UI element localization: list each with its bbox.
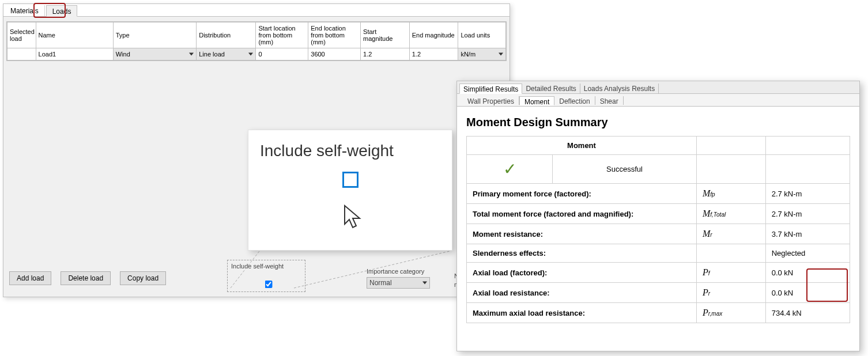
add-load-button[interactable]: Add load bbox=[9, 271, 51, 285]
result-symbol: Pr bbox=[696, 283, 765, 303]
tab-simplified-results[interactable]: Simplified Results bbox=[459, 84, 522, 94]
tab-shear[interactable]: Shear bbox=[595, 96, 624, 105]
result-value: Neglected bbox=[765, 244, 850, 263]
importance-label: Importance category bbox=[367, 268, 436, 275]
self-weight-checkbox[interactable] bbox=[265, 281, 273, 288]
result-symbol: Mf,Total bbox=[696, 204, 765, 224]
result-label: Maximum axial load resistance: bbox=[467, 303, 697, 323]
cell-type-combo[interactable]: Wind bbox=[113, 48, 197, 60]
result-value: 734.4 kN bbox=[765, 303, 850, 323]
load-buttons: Add load Delete load Copy load bbox=[9, 271, 166, 285]
callout-checkbox[interactable] bbox=[342, 172, 358, 188]
result-row: Axial load (factored):Pf0.0 kN bbox=[467, 263, 850, 283]
result-value: 0.0 kN bbox=[765, 283, 850, 303]
cell-startloc[interactable]: 0 bbox=[256, 48, 308, 60]
results-table: Moment ✓ Successful Primary moment force… bbox=[466, 136, 850, 323]
importance-dropdown[interactable]: Normal bbox=[367, 277, 430, 289]
self-weight-callout: Include self-weight bbox=[248, 130, 452, 251]
cell-units-combo[interactable]: kN/m bbox=[458, 48, 506, 60]
result-row: Moment resistance:Mr3.7 kN-m bbox=[467, 224, 850, 244]
success-icon: ✓ bbox=[503, 160, 516, 178]
result-value: 2.7 kN-m bbox=[765, 184, 850, 204]
results-tabs-primary: Simplified Results Detailed Results Load… bbox=[457, 81, 859, 94]
tab-materials[interactable]: Materials bbox=[5, 5, 45, 16]
result-value: 0.0 kN bbox=[765, 263, 850, 283]
result-row: Slenderness effects:Neglected bbox=[467, 244, 850, 263]
tab-wall-properties[interactable]: Wall Properties bbox=[463, 96, 519, 105]
result-symbol: Mr bbox=[696, 224, 765, 244]
result-symbol: Pf bbox=[696, 263, 765, 283]
col-dist: Distribution bbox=[197, 22, 256, 48]
col-type: Type bbox=[113, 22, 197, 48]
cell-endmag[interactable]: 1.2 bbox=[409, 48, 458, 60]
cell-name[interactable]: Load1 bbox=[36, 48, 113, 60]
tab-loads-analysis-results[interactable]: Loads Analysis Results bbox=[580, 84, 659, 93]
col-units: Load units bbox=[458, 22, 506, 48]
col-name: Name bbox=[36, 22, 113, 48]
tab-moment[interactable]: Moment bbox=[519, 96, 554, 105]
cell-startmag[interactable]: 1.2 bbox=[361, 48, 410, 60]
result-label: Moment resistance: bbox=[467, 224, 697, 244]
col-startmag: Start magnitude bbox=[361, 22, 410, 48]
col-endmag: End magnitude bbox=[409, 22, 458, 48]
result-row: Axial load resistance:Pr0.0 kN bbox=[467, 283, 850, 303]
result-row: Primary moment force (factored):Mfp2.7 k… bbox=[467, 184, 850, 204]
tab-loads[interactable]: Loads bbox=[46, 5, 78, 17]
self-weight-label: Include self-weight bbox=[231, 263, 284, 270]
delete-load-button[interactable]: Delete load bbox=[61, 271, 111, 285]
results-tabs-secondary: Wall Properties Moment Deflection Shear bbox=[457, 94, 859, 107]
moment-header: Moment bbox=[467, 137, 697, 155]
loads-panel-tabs: Materials Loads bbox=[3, 4, 510, 17]
result-label: Axial load resistance: bbox=[467, 283, 697, 303]
col-startloc: Start location from bottom (mm) bbox=[256, 22, 308, 48]
result-symbol: Mfp bbox=[696, 184, 765, 204]
table-row[interactable]: Load1 Wind Line load 0 3600 1.2 1.2 kN/m bbox=[7, 48, 506, 60]
tab-detailed-results[interactable]: Detailed Results bbox=[522, 84, 580, 93]
callout-title: Include self-weight bbox=[260, 142, 440, 160]
self-weight-group: Include self-weight bbox=[227, 260, 305, 292]
importance-group: Importance category Normal bbox=[367, 268, 436, 289]
results-panel: Simplified Results Detailed Results Load… bbox=[456, 81, 860, 351]
result-label: Total moment force (factored and magnifi… bbox=[467, 204, 697, 224]
result-label: Primary moment force (factored): bbox=[467, 184, 697, 204]
result-value: 3.7 kN-m bbox=[765, 224, 850, 244]
col-endloc: End location from bottom (mm) bbox=[308, 22, 361, 48]
loads-table: Selected load Name Type Distribution Sta… bbox=[6, 21, 507, 61]
copy-load-button[interactable]: Copy load bbox=[120, 271, 166, 285]
tab-deflection[interactable]: Deflection bbox=[554, 96, 595, 105]
result-row: Total moment force (factored and magnifi… bbox=[467, 204, 850, 224]
result-row: Maximum axial load resistance:Pr,max734.… bbox=[467, 303, 850, 323]
results-heading: Moment Design Summary bbox=[466, 116, 850, 129]
result-label: Axial load (factored): bbox=[467, 263, 697, 283]
result-value: 2.7 kN-m bbox=[765, 204, 850, 224]
results-body: Moment Design Summary Moment ✓ Successfu… bbox=[457, 107, 859, 329]
result-symbol: Pr,max bbox=[696, 303, 765, 323]
col-selected: Selected load bbox=[7, 22, 36, 48]
cell-dist-combo[interactable]: Line load bbox=[197, 48, 256, 60]
result-label: Slenderness effects: bbox=[467, 244, 697, 263]
result-symbol bbox=[696, 244, 765, 263]
status-text: Successful bbox=[553, 155, 697, 184]
cell-endloc[interactable]: 3600 bbox=[308, 48, 361, 60]
table-header-row: Selected load Name Type Distribution Sta… bbox=[7, 22, 506, 48]
cell-selected[interactable] bbox=[7, 48, 36, 60]
